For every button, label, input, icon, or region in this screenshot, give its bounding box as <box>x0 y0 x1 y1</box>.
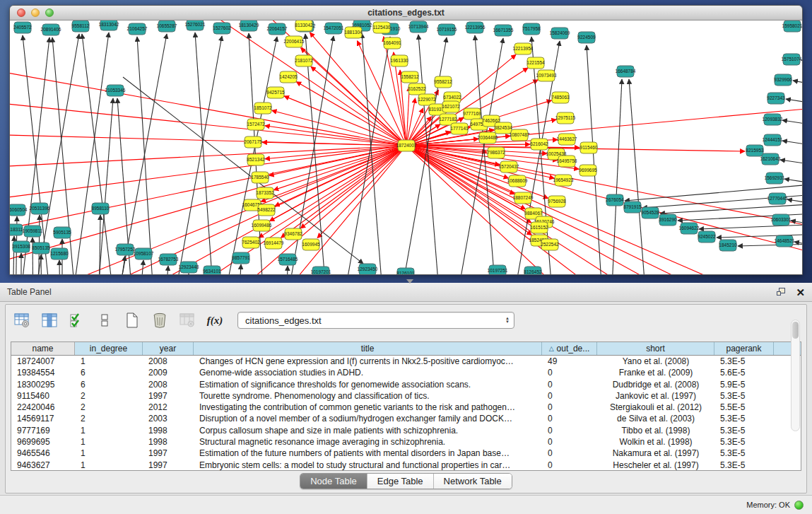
graph-node[interactable]: 3916290 <box>659 214 677 226</box>
table-cell[interactable]: Tibbo et al. (1998) <box>597 425 714 436</box>
table-cell[interactable]: Stergiakouli et al. (2012) <box>597 402 714 413</box>
table-cell[interactable]: 2008 <box>143 356 194 367</box>
graph-node[interactable]: 10713944 <box>408 21 429 33</box>
scrollbar-thumb[interactable] <box>792 322 799 339</box>
table-cell[interactable]: 1 <box>75 460 143 471</box>
graph-node[interactable]: 5905135 <box>53 227 71 238</box>
graph-node[interactable]: 16495758 <box>557 156 577 167</box>
tab-edge-table[interactable]: Edge Table <box>367 474 434 489</box>
table-row[interactable]: 911546021997Tourette syndrome. Phenomeno… <box>11 390 801 402</box>
close-panel-icon[interactable]: ✕ <box>796 287 805 298</box>
graph-node[interactable]: 3162522 <box>408 83 426 95</box>
graph-node[interactable]: 10958107 <box>134 248 154 259</box>
graph-node[interactable]: 9857791 <box>232 252 250 264</box>
table-cell[interactable]: Hescheler et al. (1997) <box>597 460 714 471</box>
graph-node[interactable]: 18724007 <box>396 140 417 151</box>
table-row[interactable]: 946362711997Embryonic stem cells: a mode… <box>11 460 801 471</box>
table-cell[interactable]: 0 <box>542 460 597 471</box>
table-cell[interactable]: 9699695 <box>11 436 75 448</box>
table-cell[interactable]: 5.6E-5 <box>714 367 774 378</box>
graph-node[interactable]: 10197251 <box>488 265 508 275</box>
graph-node[interactable]: 16914479 <box>264 238 284 249</box>
table-cell[interactable]: 2 <box>75 390 143 402</box>
graph-node[interactable]: 9329966 <box>774 74 792 86</box>
graph-node[interactable]: 15824069 <box>550 28 570 39</box>
table-row[interactable]: 1872400712008Changes of HCN gene express… <box>11 356 801 367</box>
graph-node[interactable]: 20531396 <box>30 203 50 214</box>
table-cell[interactable]: 49 <box>542 356 597 367</box>
trash-icon[interactable] <box>151 311 169 329</box>
graph-node[interactable]: 22006415 <box>284 36 305 47</box>
graph-node[interactable]: 2522542 <box>541 239 559 250</box>
close-window-icon[interactable] <box>17 8 25 17</box>
graph-node[interactable]: 8126452 <box>524 267 542 275</box>
graph-node[interactable]: 2067175 <box>244 136 262 148</box>
table-cell[interactable]: Embryonic stem cells: a model to study s… <box>194 460 542 471</box>
graph-node[interactable]: 1777141 <box>450 123 469 134</box>
column-header-short[interactable]: short <box>597 342 714 355</box>
row-height-icon[interactable] <box>95 311 114 329</box>
graph-node[interactable]: 9227343 <box>767 93 785 104</box>
graph-node[interactable]: 1785540 <box>251 172 269 183</box>
graph-node[interactable]: 20364486 <box>478 132 498 144</box>
graph-node[interactable]: 12213956 <box>465 22 486 33</box>
table-select-dropdown[interactable]: citations_edges.txt ▲▼ <box>237 312 514 329</box>
table-cell[interactable]: 14569117 <box>11 413 75 424</box>
graph-node[interactable]: 8126101 <box>396 268 415 275</box>
table-cell[interactable]: 5.3E-5 <box>714 436 774 448</box>
graph-node[interactable]: 1527602 <box>213 23 231 34</box>
table-cell[interactable]: 1997 <box>143 460 194 471</box>
table-cell[interactable]: 2009 <box>143 367 194 378</box>
graph-node[interactable]: 1851072 <box>254 103 272 114</box>
graph-node[interactable]: 1621072 <box>442 101 460 112</box>
table-row[interactable]: 1830029562008Estimation of significance … <box>11 379 801 390</box>
graph-node[interactable]: 1609945 <box>302 239 320 250</box>
graph-node[interactable]: 16782753 <box>158 254 179 265</box>
table-cell[interactable]: 5.3E-5 <box>714 390 774 402</box>
graph-node[interactable]: 1125430 <box>373 22 391 33</box>
splitter-grip-icon[interactable] <box>406 279 413 284</box>
column-header-name[interactable]: name <box>11 342 75 355</box>
table-row[interactable]: 969969511998Structural magnetic resonanc… <box>11 436 801 448</box>
graph-node[interactable]: 1615152 <box>530 222 548 233</box>
table-cell[interactable]: 2012 <box>143 402 194 413</box>
graph-node[interactable]: 1215680 <box>50 248 69 259</box>
graph-node[interactable]: 17957253 <box>115 244 136 255</box>
graph-node[interactable]: 15716485 <box>278 254 298 265</box>
table-cell[interactable]: Estimation of the future numbers of pati… <box>194 448 542 459</box>
graph-node[interactable]: 8958110 <box>92 203 110 214</box>
column-header-title[interactable]: title <box>194 342 542 355</box>
show-columns-icon[interactable] <box>40 311 59 329</box>
graph-node[interactable]: 7517958 <box>522 23 541 35</box>
graph-node[interactable]: 7986372 <box>487 147 505 158</box>
table-cell[interactable]: 0 <box>542 448 597 459</box>
table-cell[interactable]: Corpus callosum shape and size in male p… <box>194 425 542 436</box>
graph-node[interactable]: 26060504 <box>10 204 28 216</box>
table-cell[interactable]: 18300295 <box>11 379 75 390</box>
graph-node[interactable]: 8791915 <box>623 201 642 213</box>
graph-node[interactable]: 8215953 <box>746 145 764 156</box>
graph-node[interactable]: 9115460 <box>580 142 598 153</box>
table-row[interactable]: 946554611997Estimation of the future num… <box>11 448 801 459</box>
graph-node[interactable]: 2181072 <box>295 55 313 66</box>
graph-node[interactable]: 10603301 <box>771 214 792 226</box>
graph-node[interactable]: 10197201 <box>311 267 331 275</box>
table-cell[interactable]: de Silva et al. (2003) <box>597 413 714 424</box>
graph-node[interactable]: 7625402 <box>242 237 260 248</box>
table-cell[interactable]: 6 <box>75 379 143 390</box>
table-cell[interactable]: 0 <box>542 413 597 424</box>
graph-node[interactable]: 1221554 <box>526 57 545 69</box>
graph-node[interactable]: 18313042 <box>99 21 119 30</box>
column-header-out-de-[interactable]: △out_de... <box>542 342 597 355</box>
table-cell[interactable]: 5.3E-5 <box>714 425 774 436</box>
table-row[interactable]: 1938455462009Genome-wide association stu… <box>11 367 801 378</box>
graph-node[interactable]: 9777169 <box>463 108 481 119</box>
network-canvas[interactable]: 2405572208914069558112183130422106425710… <box>10 21 802 275</box>
column-header-year[interactable]: year <box>143 342 194 355</box>
table-cell[interactable]: Wolkin et al. (1998) <box>597 436 714 448</box>
graph-node[interactable]: 12975115 <box>555 112 576 124</box>
table-cell[interactable]: 1998 <box>143 436 194 448</box>
graph-node[interactable]: 18130429 <box>239 21 259 31</box>
graph-node[interactable]: 9224509 <box>577 32 596 43</box>
table-cell[interactable]: 1 <box>75 436 143 448</box>
